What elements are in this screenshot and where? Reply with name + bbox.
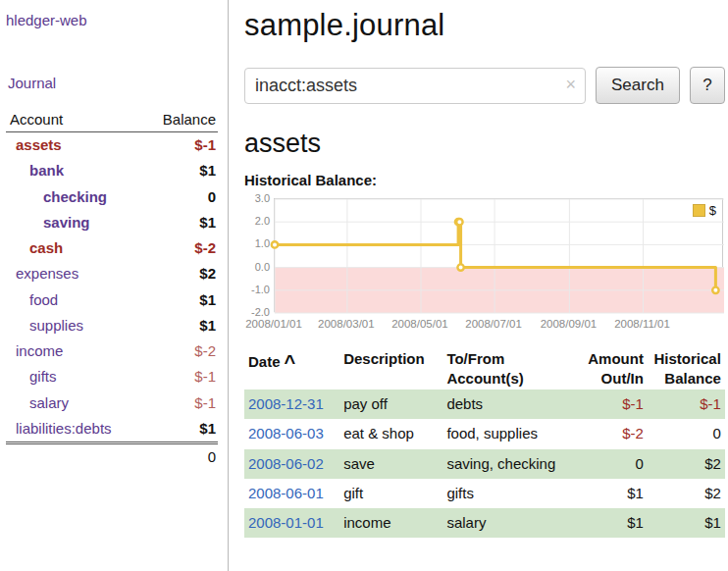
account-row: saving $1: [6, 210, 218, 235]
register-description: save: [339, 449, 442, 479]
chart-plot-svg: [275, 199, 724, 313]
register-header-date[interactable]: Date^: [244, 347, 339, 389]
register-date-link[interactable]: 2008-06-02: [244, 449, 339, 479]
search-form: × Search ?: [244, 67, 725, 104]
search-button[interactable]: Search: [596, 67, 680, 104]
chart-x-tick-label: 2008/07/01: [465, 318, 522, 330]
search-input[interactable]: [244, 68, 586, 104]
register-description: income: [339, 508, 442, 538]
register-header-balance-line1: Historical: [651, 349, 721, 369]
account-link-supplies[interactable]: supplies: [6, 313, 142, 338]
register-header-amount: Amount Out/In: [576, 347, 648, 389]
account-link-liabilities-debts[interactable]: liabilities:debts: [6, 416, 142, 443]
account-link-assets[interactable]: assets: [6, 132, 142, 159]
chart-plot: $: [274, 198, 723, 312]
account-link-expenses[interactable]: expenses: [6, 261, 142, 286]
register-accounts: gifts: [442, 479, 576, 508]
register-balance: $-1: [648, 389, 725, 419]
chart-x-tick-label: 2008/03/01: [318, 318, 375, 330]
sort-asc-icon: ^: [285, 351, 296, 373]
register-date-link[interactable]: 2008-01-01: [244, 508, 339, 538]
account-balance: $1: [142, 158, 218, 183]
account-link-food[interactable]: food: [6, 287, 142, 313]
register-description: eat & shop: [339, 419, 442, 448]
account-link-income[interactable]: income: [6, 338, 142, 364]
account-heading: assets: [244, 129, 725, 159]
register-table: Date^ Description To/From Account(s) Amo…: [244, 347, 725, 538]
register-header-amount-line1: Amount: [580, 349, 644, 369]
register-header-date-label: Date: [248, 353, 281, 370]
register-row: 2008-06-01 gift gifts $1 $2: [244, 479, 725, 508]
register-header-account-line1: To/From: [446, 349, 572, 369]
accounts-header-account: Account: [6, 108, 142, 132]
chart-y-tick-label: 0.0: [244, 261, 270, 273]
chart-y-tick-label: 1.0: [244, 237, 270, 249]
register-header-description: Description: [339, 347, 442, 389]
register-header-row: Date^ Description To/From Account(s) Amo…: [244, 347, 725, 389]
chart-title: Historical Balance:: [244, 172, 725, 188]
sidebar-item-journal[interactable]: Journal: [8, 75, 56, 91]
account-row: food $1: [6, 287, 218, 313]
account-balance: $1: [142, 210, 218, 235]
chart-x-tick-label: 2008/09/01: [541, 318, 598, 330]
register-accounts: saving, checking: [442, 449, 576, 479]
accounts-header-balance: Balance: [142, 108, 218, 132]
accounts-total-spacer: [6, 443, 142, 471]
register-amount: $1: [576, 479, 648, 508]
search-field-wrap: ×: [244, 68, 586, 104]
register-row: 2008-06-02 save saving, checking 0 $2: [244, 449, 725, 479]
register-header-account: To/From Account(s): [442, 347, 576, 389]
account-balance: $-2: [142, 338, 218, 364]
accounts-header-row: Account Balance: [6, 108, 218, 132]
account-link-saving[interactable]: saving: [6, 210, 142, 235]
register-header-balance: Historical Balance: [648, 347, 725, 389]
register-row: 2008-12-31 pay off debts $-1 $-1: [244, 389, 725, 419]
sidebar: hledger-web Journal Account Balance asse…: [0, 0, 229, 571]
account-row: bank $1: [6, 158, 218, 183]
app-title-link[interactable]: hledger-web: [6, 12, 87, 28]
account-balance: $-1: [142, 132, 218, 159]
register-header-account-line2: Account(s): [446, 369, 572, 389]
account-balance: 0: [142, 184, 218, 210]
legend-swatch-icon: [693, 204, 705, 217]
register-balance: $1: [648, 508, 725, 538]
account-link-cash[interactable]: cash: [6, 235, 142, 261]
legend-label: $: [709, 203, 716, 218]
account-link-checking[interactable]: checking: [6, 184, 142, 210]
account-balance: $-2: [142, 235, 218, 261]
register-amount: 0: [576, 449, 648, 479]
account-row: income $-2: [6, 338, 218, 364]
clear-search-icon[interactable]: ×: [565, 75, 576, 95]
register-date-link[interactable]: 2008-06-01: [244, 479, 339, 508]
register-balance: $2: [648, 479, 725, 508]
balance-chart: $ 3.02.01.00.0-1.0-2.02008/01/012008/03/…: [244, 196, 725, 339]
account-row: supplies $1: [6, 313, 218, 338]
register-accounts: debts: [442, 389, 576, 419]
app-window: hledger-web Journal Account Balance asse…: [0, 0, 728, 571]
help-button[interactable]: ?: [690, 67, 725, 104]
register-balance: 0: [648, 419, 725, 448]
register-description: gift: [339, 479, 442, 508]
account-link-bank[interactable]: bank: [6, 158, 142, 183]
account-row: gifts $-1: [6, 364, 218, 389]
accounts-total-row: 0: [6, 443, 218, 471]
account-link-salary[interactable]: salary: [6, 390, 142, 416]
register-date-link[interactable]: 2008-06-03: [244, 419, 339, 448]
register-header-amount-line2: Out/In: [580, 369, 644, 389]
chart-y-tick-label: 2.0: [244, 215, 270, 227]
register-amount: $-1: [576, 389, 648, 419]
register-amount: $-2: [576, 419, 648, 448]
account-balance: $2: [142, 261, 218, 286]
register-date-link[interactable]: 2008-12-31: [244, 389, 339, 419]
account-balance: $-1: [142, 390, 218, 416]
register-balance: $2: [648, 449, 725, 479]
chart-legend: $: [690, 202, 719, 219]
register-row: 2008-01-01 income salary $1 $1: [244, 508, 725, 538]
chart-x-tick-label: 2008/11/01: [614, 318, 670, 330]
register-header-balance-line2: Balance: [651, 369, 721, 389]
account-link-gifts[interactable]: gifts: [6, 364, 142, 389]
register-amount: $1: [576, 508, 648, 538]
account-row: liabilities:debts $1: [6, 416, 218, 443]
main-content: sample.journal × Search ? assets Histori…: [229, 0, 728, 571]
page-title: sample.journal: [244, 8, 725, 43]
